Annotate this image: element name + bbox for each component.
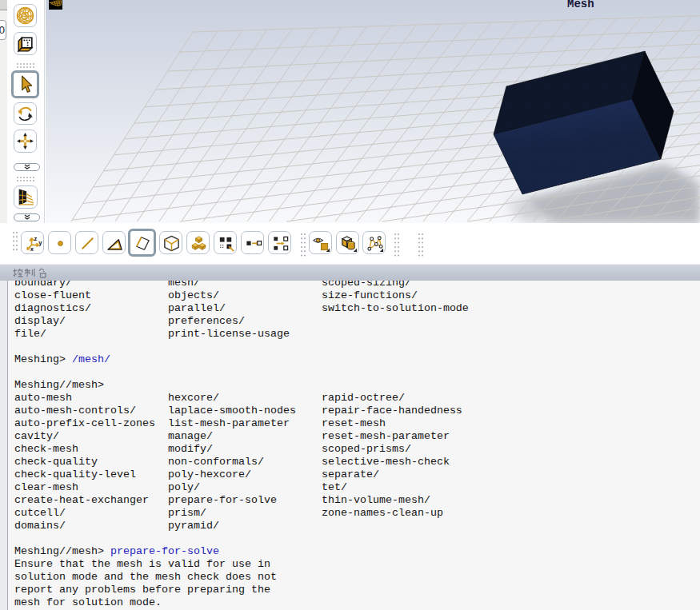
svg-text:x: x — [30, 245, 34, 253]
svg-text:y: y — [38, 239, 42, 246]
svg-text:z: z — [34, 235, 37, 242]
